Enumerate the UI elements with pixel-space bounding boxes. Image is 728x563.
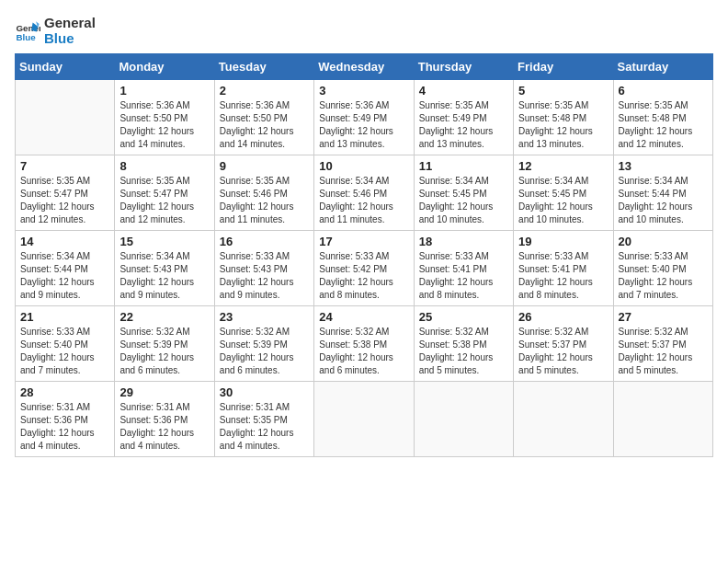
day-info: Sunrise: 5:32 AM Sunset: 5:39 PM Dayligh… bbox=[119, 326, 209, 377]
calendar-cell bbox=[514, 382, 613, 457]
day-number: 2 bbox=[220, 84, 309, 98]
calendar-cell: 28Sunrise: 5:31 AM Sunset: 5:36 PM Dayli… bbox=[16, 382, 115, 457]
day-info: Sunrise: 5:35 AM Sunset: 5:46 PM Dayligh… bbox=[220, 175, 309, 226]
calendar-cell: 20Sunrise: 5:33 AM Sunset: 5:40 PM Dayli… bbox=[613, 231, 712, 306]
calendar-cell: 24Sunrise: 5:32 AM Sunset: 5:38 PM Dayli… bbox=[314, 306, 414, 382]
day-info: Sunrise: 5:32 AM Sunset: 5:37 PM Dayligh… bbox=[619, 326, 708, 377]
calendar-cell: 27Sunrise: 5:32 AM Sunset: 5:37 PM Dayli… bbox=[613, 306, 712, 382]
day-number: 24 bbox=[319, 310, 408, 324]
page-header: General Blue General Blue bbox=[15, 15, 713, 46]
day-number: 13 bbox=[619, 159, 708, 173]
calendar-cell: 21Sunrise: 5:33 AM Sunset: 5:40 PM Dayli… bbox=[16, 306, 115, 382]
calendar-cell: 5Sunrise: 5:35 AM Sunset: 5:48 PM Daylig… bbox=[514, 80, 613, 155]
day-number: 15 bbox=[119, 235, 209, 248]
calendar-cell: 26Sunrise: 5:32 AM Sunset: 5:37 PM Dayli… bbox=[514, 306, 613, 382]
day-info: Sunrise: 5:33 AM Sunset: 5:42 PM Dayligh… bbox=[319, 250, 408, 302]
day-number: 3 bbox=[319, 84, 408, 98]
day-info: Sunrise: 5:31 AM Sunset: 5:35 PM Dayligh… bbox=[220, 401, 309, 453]
day-number: 6 bbox=[619, 84, 708, 98]
day-number: 23 bbox=[220, 310, 309, 324]
day-number: 26 bbox=[518, 310, 608, 324]
logo: General Blue General Blue bbox=[15, 15, 96, 46]
calendar-cell: 15Sunrise: 5:34 AM Sunset: 5:43 PM Dayli… bbox=[115, 231, 214, 306]
calendar-cell: 1Sunrise: 5:36 AM Sunset: 5:50 PM Daylig… bbox=[115, 80, 214, 155]
day-info: Sunrise: 5:32 AM Sunset: 5:38 PM Dayligh… bbox=[419, 326, 508, 377]
day-info: Sunrise: 5:34 AM Sunset: 5:43 PM Dayligh… bbox=[119, 250, 209, 302]
header-wednesday: Wednesday bbox=[314, 54, 414, 80]
calendar-cell: 12Sunrise: 5:34 AM Sunset: 5:45 PM Dayli… bbox=[514, 155, 613, 231]
calendar-cell: 6Sunrise: 5:35 AM Sunset: 5:48 PM Daylig… bbox=[613, 80, 712, 155]
calendar-cell: 18Sunrise: 5:33 AM Sunset: 5:41 PM Dayli… bbox=[414, 231, 513, 306]
day-number: 21 bbox=[20, 310, 109, 324]
calendar-cell: 7Sunrise: 5:35 AM Sunset: 5:47 PM Daylig… bbox=[16, 155, 115, 231]
calendar-cell: 22Sunrise: 5:32 AM Sunset: 5:39 PM Dayli… bbox=[115, 306, 214, 382]
calendar-cell bbox=[16, 80, 115, 155]
calendar-cell: 30Sunrise: 5:31 AM Sunset: 5:35 PM Dayli… bbox=[214, 382, 313, 457]
calendar-cell: 9Sunrise: 5:35 AM Sunset: 5:46 PM Daylig… bbox=[214, 155, 313, 231]
day-number: 10 bbox=[319, 159, 408, 173]
header-tuesday: Tuesday bbox=[214, 54, 313, 80]
day-info: Sunrise: 5:31 AM Sunset: 5:36 PM Dayligh… bbox=[119, 401, 209, 453]
day-number: 8 bbox=[119, 159, 209, 173]
calendar-cell: 29Sunrise: 5:31 AM Sunset: 5:36 PM Dayli… bbox=[115, 382, 214, 457]
calendar-cell: 2Sunrise: 5:36 AM Sunset: 5:50 PM Daylig… bbox=[214, 80, 313, 155]
day-info: Sunrise: 5:34 AM Sunset: 5:45 PM Dayligh… bbox=[518, 175, 608, 226]
day-info: Sunrise: 5:33 AM Sunset: 5:43 PM Dayligh… bbox=[220, 250, 309, 302]
day-info: Sunrise: 5:31 AM Sunset: 5:36 PM Dayligh… bbox=[20, 401, 109, 453]
calendar-cell: 16Sunrise: 5:33 AM Sunset: 5:43 PM Dayli… bbox=[214, 231, 313, 306]
calendar-cell: 14Sunrise: 5:34 AM Sunset: 5:44 PM Dayli… bbox=[16, 231, 115, 306]
calendar-cell: 19Sunrise: 5:33 AM Sunset: 5:41 PM Dayli… bbox=[514, 231, 613, 306]
header-friday: Friday bbox=[514, 54, 613, 80]
calendar-cell bbox=[613, 382, 712, 457]
day-number: 12 bbox=[518, 159, 608, 173]
header-monday: Monday bbox=[115, 54, 214, 80]
calendar-table: SundayMondayTuesdayWednesdayThursdayFrid… bbox=[15, 53, 713, 457]
day-info: Sunrise: 5:35 AM Sunset: 5:49 PM Dayligh… bbox=[419, 99, 508, 151]
calendar-cell: 13Sunrise: 5:34 AM Sunset: 5:44 PM Dayli… bbox=[613, 155, 712, 231]
day-number: 9 bbox=[220, 159, 309, 173]
day-number: 16 bbox=[220, 235, 309, 248]
day-number: 4 bbox=[419, 84, 508, 98]
day-info: Sunrise: 5:34 AM Sunset: 5:45 PM Dayligh… bbox=[419, 175, 508, 226]
week-row-3: 14Sunrise: 5:34 AM Sunset: 5:44 PM Dayli… bbox=[16, 231, 713, 306]
day-number: 28 bbox=[20, 385, 109, 399]
day-number: 7 bbox=[20, 159, 109, 173]
week-row-2: 7Sunrise: 5:35 AM Sunset: 5:47 PM Daylig… bbox=[16, 155, 713, 231]
day-number: 1 bbox=[119, 84, 209, 98]
day-number: 14 bbox=[20, 235, 109, 248]
day-info: Sunrise: 5:33 AM Sunset: 5:40 PM Dayligh… bbox=[20, 326, 109, 377]
logo-general: General bbox=[44, 15, 96, 30]
svg-text:Blue: Blue bbox=[16, 32, 36, 42]
calendar-cell: 23Sunrise: 5:32 AM Sunset: 5:39 PM Dayli… bbox=[214, 306, 313, 382]
day-number: 29 bbox=[119, 385, 209, 399]
day-info: Sunrise: 5:35 AM Sunset: 5:47 PM Dayligh… bbox=[119, 175, 209, 226]
day-info: Sunrise: 5:35 AM Sunset: 5:47 PM Dayligh… bbox=[20, 175, 109, 226]
calendar-cell: 25Sunrise: 5:32 AM Sunset: 5:38 PM Dayli… bbox=[414, 306, 513, 382]
day-info: Sunrise: 5:36 AM Sunset: 5:50 PM Dayligh… bbox=[220, 99, 309, 151]
header-saturday: Saturday bbox=[613, 54, 712, 80]
day-info: Sunrise: 5:35 AM Sunset: 5:48 PM Dayligh… bbox=[518, 99, 608, 151]
calendar-cell: 3Sunrise: 5:36 AM Sunset: 5:49 PM Daylig… bbox=[314, 80, 414, 155]
day-info: Sunrise: 5:33 AM Sunset: 5:41 PM Dayligh… bbox=[518, 250, 608, 302]
calendar-cell bbox=[314, 382, 414, 457]
week-row-4: 21Sunrise: 5:33 AM Sunset: 5:40 PM Dayli… bbox=[16, 306, 713, 382]
day-number: 22 bbox=[119, 310, 209, 324]
header-thursday: Thursday bbox=[414, 54, 513, 80]
calendar-cell: 8Sunrise: 5:35 AM Sunset: 5:47 PM Daylig… bbox=[115, 155, 214, 231]
day-info: Sunrise: 5:32 AM Sunset: 5:39 PM Dayligh… bbox=[220, 326, 309, 377]
calendar-cell: 10Sunrise: 5:34 AM Sunset: 5:46 PM Dayli… bbox=[314, 155, 414, 231]
day-number: 11 bbox=[419, 159, 508, 173]
day-number: 18 bbox=[419, 235, 508, 248]
day-info: Sunrise: 5:33 AM Sunset: 5:41 PM Dayligh… bbox=[419, 250, 508, 302]
day-info: Sunrise: 5:35 AM Sunset: 5:48 PM Dayligh… bbox=[619, 99, 708, 151]
day-info: Sunrise: 5:34 AM Sunset: 5:44 PM Dayligh… bbox=[619, 175, 708, 226]
week-row-5: 28Sunrise: 5:31 AM Sunset: 5:36 PM Dayli… bbox=[16, 382, 713, 457]
calendar-cell: 17Sunrise: 5:33 AM Sunset: 5:42 PM Dayli… bbox=[314, 231, 414, 306]
header-sunday: Sunday bbox=[16, 54, 115, 80]
day-info: Sunrise: 5:34 AM Sunset: 5:44 PM Dayligh… bbox=[20, 250, 109, 302]
day-number: 20 bbox=[619, 235, 708, 248]
day-number: 17 bbox=[319, 235, 408, 248]
day-number: 19 bbox=[518, 235, 608, 248]
logo-blue: Blue bbox=[44, 30, 96, 46]
calendar-header-row: SundayMondayTuesdayWednesdayThursdayFrid… bbox=[16, 54, 713, 80]
